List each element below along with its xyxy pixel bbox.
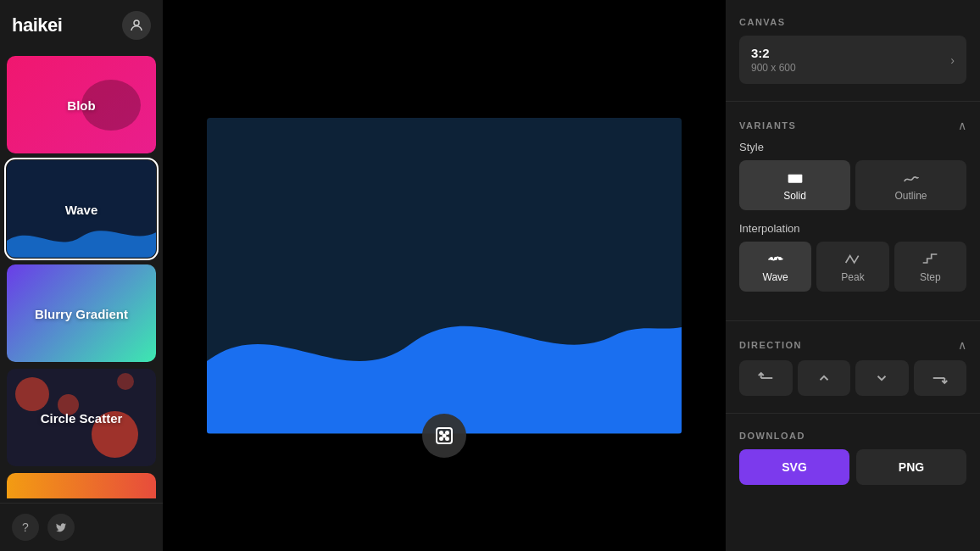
direction-down-button[interactable] — [855, 360, 909, 396]
sidebar-item-circle-scatter[interactable]: Circle Scatter — [7, 369, 156, 466]
dice-icon — [434, 426, 454, 446]
variants-section: VARIANTS ∧ Style Solid Outline Interpola… — [739, 119, 966, 303]
download-svg-button[interactable]: SVG — [739, 449, 849, 485]
svg-point-0 — [134, 20, 139, 25]
interpolation-toggle-group: Wave Peak Step — [739, 242, 966, 292]
interpolation-wave-button[interactable]: Wave — [739, 242, 811, 292]
direction-title: DIRECTION — [739, 340, 802, 350]
download-buttons: SVG PNG — [739, 449, 966, 485]
direction-section: DIRECTION ∧ — [739, 338, 966, 396]
sidebar: haikei Blob Wave Blurry Gradient — [0, 0, 163, 551]
variants-title: VARIANTS — [739, 120, 796, 131]
direction-grid — [739, 360, 966, 396]
canvas-ratio: 3:2 — [751, 46, 796, 60]
style-toggle-group: Solid Outline — [739, 160, 966, 210]
svg-point-10 — [778, 258, 781, 260]
sidebar-item-wave[interactable]: Wave — [7, 160, 156, 258]
interpolation-label: Interpolation — [739, 222, 966, 235]
style-label: Style — [739, 141, 966, 153]
canvas-size-option[interactable]: 3:2 900 x 600 › — [739, 36, 966, 84]
direction-right-button[interactable] — [914, 360, 967, 396]
sidebar-item-partial[interactable] — [7, 473, 156, 498]
dir-up-icon — [816, 370, 832, 386]
svg-point-8 — [770, 258, 772, 260]
interpolation-peak-button[interactable]: Peak — [816, 242, 888, 292]
canvas-option-info: 3:2 900 x 600 — [751, 46, 796, 74]
divider-2 — [726, 320, 980, 321]
circle-scatter-label: Circle Scatter — [41, 410, 123, 425]
peak-label: Peak — [841, 271, 864, 283]
variants-section-header: VARIANTS ∧ — [739, 119, 966, 132]
sidebar-items: Blob Wave Blurry Gradient Circle Scatter — [0, 51, 163, 503]
canvas-section: CANVAS 3:2 900 x 600 › — [739, 17, 966, 84]
direction-up-button[interactable] — [798, 360, 851, 396]
dir-down-icon — [874, 370, 889, 386]
solid-icon — [787, 169, 804, 186]
download-png-button[interactable]: PNG — [856, 449, 966, 485]
dir-right-icon — [933, 370, 948, 386]
twitter-icon — [55, 521, 67, 533]
step-icon — [922, 250, 938, 267]
canvas-wave-svg — [207, 259, 682, 433]
download-title: DOWNLOAD — [739, 431, 966, 441]
wave-interp-label: Wave — [763, 271, 788, 283]
twitter-button[interactable] — [47, 514, 75, 541]
interpolation-step-button[interactable]: Step — [894, 242, 966, 292]
dir-left-icon — [758, 370, 773, 386]
blurry-gradient-label: Blurry Gradient — [35, 306, 128, 320]
canvas-size: 900 x 600 — [751, 62, 796, 74]
chevron-right-icon: › — [950, 53, 955, 67]
circle-dot — [15, 377, 49, 411]
sidebar-header: haikei — [0, 0, 163, 51]
sidebar-item-blurry-gradient[interactable]: Blurry Gradient — [7, 264, 156, 362]
divider-3 — [726, 413, 980, 414]
outline-icon — [903, 169, 920, 186]
step-label: Step — [920, 271, 941, 283]
help-button[interactable]: ? — [12, 514, 39, 541]
direction-collapse-icon[interactable]: ∧ — [958, 338, 966, 352]
direction-section-header: DIRECTION ∧ — [739, 338, 966, 352]
avatar-button[interactable] — [122, 11, 151, 40]
canvas-wrapper — [207, 118, 682, 434]
download-section: DOWNLOAD SVG PNG — [739, 431, 966, 485]
logo: haikei — [12, 14, 62, 36]
canvas-section-title: CANVAS — [739, 17, 966, 27]
canvas-preview — [207, 118, 682, 434]
svg-point-9 — [774, 258, 777, 260]
sidebar-item-blob[interactable]: Blob — [7, 56, 156, 153]
help-icon: ? — [22, 520, 29, 534]
svg-point-4 — [440, 437, 443, 440]
svg-point-5 — [446, 437, 448, 440]
divider-1 — [726, 101, 980, 102]
svg-point-3 — [446, 431, 448, 434]
solid-label: Solid — [783, 190, 806, 202]
right-panel: CANVAS 3:2 900 x 600 › VARIANTS ∧ Style … — [726, 0, 980, 551]
direction-left-button[interactable] — [739, 360, 793, 396]
blob-label: Blob — [67, 97, 95, 112]
main-area — [163, 0, 726, 551]
variants-collapse-icon[interactable]: ∧ — [958, 119, 966, 132]
wave-interp-icon — [767, 250, 784, 267]
svg-point-2 — [440, 431, 443, 434]
outline-label: Outline — [894, 190, 927, 202]
sidebar-footer: ? — [0, 503, 163, 551]
style-outline-button[interactable]: Outline — [855, 160, 966, 210]
svg-point-6 — [443, 434, 446, 437]
canvas-overlay-button[interactable] — [422, 414, 466, 458]
style-solid-button[interactable]: Solid — [739, 160, 850, 210]
peak-icon — [844, 250, 861, 267]
svg-rect-7 — [788, 175, 802, 183]
circle-dot — [117, 373, 134, 390]
wave-label: Wave — [65, 202, 98, 216]
